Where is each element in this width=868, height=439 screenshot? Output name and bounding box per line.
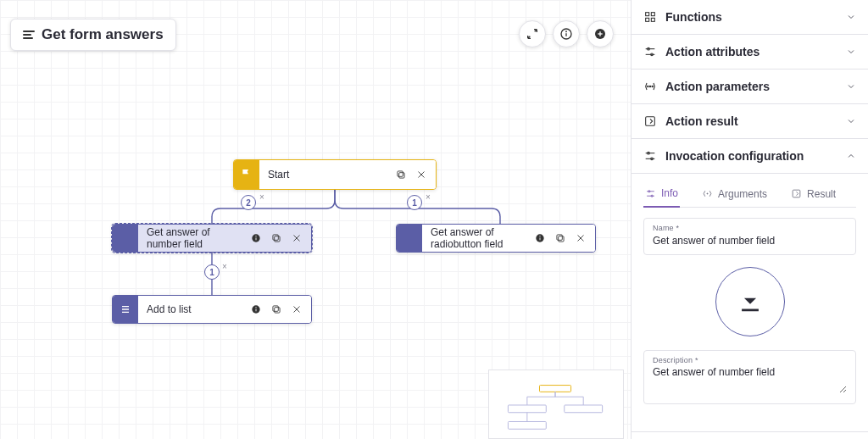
sliders-icon [643, 45, 657, 58]
info-icon[interactable] [250, 303, 262, 315]
section-functions[interactable]: Functions [632, 0, 868, 35]
add-button[interactable] [587, 20, 614, 47]
copy-icon[interactable] [395, 169, 407, 181]
edge-remove[interactable]: × [426, 192, 431, 202]
menu-icon [23, 31, 35, 39]
edge-order-badge: 1 [204, 264, 220, 280]
info-button[interactable] [553, 20, 580, 47]
grid-icon [643, 10, 657, 24]
node-label: Get answer of number field [147, 226, 243, 251]
tab-info[interactable]: Info [643, 181, 680, 208]
svg-rect-49 [646, 117, 655, 126]
svg-rect-13 [275, 236, 280, 242]
edge-remove[interactable]: × [222, 262, 227, 271]
node-add-to-list[interactable]: Add to list [112, 295, 312, 324]
svg-point-58 [707, 193, 708, 194]
tab-label: Arguments [718, 188, 767, 200]
edge-remove[interactable]: × [259, 192, 264, 202]
tab-arguments[interactable]: Arguments [700, 181, 769, 207]
svg-point-19 [539, 236, 540, 236]
section-label: Functions [665, 10, 722, 24]
copy-icon[interactable] [270, 232, 282, 244]
minimap[interactable] [488, 370, 624, 439]
download-icon [736, 287, 765, 316]
svg-point-47 [648, 86, 648, 86]
workflow-title-badge[interactable]: Get form answers [10, 19, 176, 51]
section-action-parameters[interactable]: Action parameters [632, 69, 868, 104]
section-label: Action result [665, 114, 738, 128]
svg-rect-35 [508, 405, 546, 413]
svg-rect-14 [273, 235, 278, 240]
tab-label: Result [807, 188, 836, 200]
description-input[interactable] [653, 364, 847, 393]
chevron-down-icon [846, 81, 856, 92]
edge-order-badge: 2 [241, 195, 256, 210]
chevron-down-icon [846, 12, 856, 22]
sliders-icon [645, 188, 656, 199]
invocation-tabs: Info Arguments Result [643, 181, 856, 208]
svg-point-29 [255, 307, 256, 308]
svg-point-48 [652, 86, 653, 86]
tab-label: Info [661, 187, 678, 199]
info-icon[interactable] [250, 232, 262, 244]
svg-rect-39 [651, 13, 654, 16]
plus-icon [593, 27, 607, 41]
copy-icon[interactable] [554, 232, 566, 244]
close-icon[interactable] [415, 169, 427, 181]
parameters-icon [643, 80, 657, 93]
svg-rect-40 [646, 18, 649, 21]
list-icon [113, 296, 138, 323]
invocation-config-body: Info Arguments Result Name * Description… [632, 174, 868, 432]
svg-point-2 [566, 31, 567, 32]
node-get-number[interactable]: Get answer of number field [112, 224, 312, 253]
flag-icon [234, 160, 259, 189]
result-icon [643, 114, 657, 128]
node-label: Get answer of radiobutton field [431, 226, 527, 251]
svg-rect-41 [651, 18, 654, 21]
section-label: Invocation configuration [665, 149, 804, 163]
invocation-icon-preview[interactable] [715, 267, 785, 336]
svg-rect-38 [646, 13, 649, 16]
node-get-radio[interactable]: Get answer of radiobutton field [396, 224, 596, 253]
section-invocation-config[interactable]: Invocation configuration [632, 139, 868, 174]
chevron-down-icon [846, 47, 856, 57]
svg-rect-7 [398, 171, 403, 176]
svg-rect-34 [539, 386, 570, 392]
arguments-icon [702, 188, 713, 199]
section-action-result[interactable]: Action result [632, 104, 868, 139]
svg-rect-21 [557, 235, 562, 240]
canvas-actions [519, 20, 614, 47]
section-next-invocations[interactable]: Next invocations [632, 432, 868, 439]
node-label: Add to list [147, 303, 243, 315]
chevron-up-icon [846, 151, 856, 161]
sliders-icon [643, 149, 657, 163]
result-icon [791, 188, 802, 199]
section-action-attributes[interactable]: Action attributes [632, 35, 868, 69]
svg-point-46 [649, 86, 650, 86]
svg-rect-6 [399, 173, 404, 178]
expand-icon [526, 27, 539, 41]
svg-rect-20 [559, 236, 564, 242]
close-icon[interactable] [291, 232, 303, 244]
tab-result[interactable]: Result [789, 181, 837, 207]
info-icon [559, 27, 573, 41]
close-icon[interactable] [291, 303, 303, 315]
name-input[interactable] [653, 233, 847, 247]
svg-rect-30 [275, 308, 280, 313]
expand-button[interactable] [519, 20, 546, 47]
svg-rect-59 [793, 190, 800, 197]
svg-rect-37 [508, 421, 546, 429]
download-icon [397, 225, 422, 252]
section-label: Action parameters [665, 80, 770, 93]
name-label: Name * [653, 224, 847, 232]
close-icon[interactable] [575, 232, 587, 244]
section-label: Action attributes [665, 45, 760, 58]
info-icon[interactable] [534, 232, 546, 244]
node-start[interactable]: Start [233, 159, 437, 190]
chevron-down-icon [846, 116, 856, 126]
copy-icon[interactable] [270, 303, 282, 315]
side-panel: Functions Action attributes Action param… [631, 0, 868, 439]
node-label: Start [268, 169, 388, 181]
edge-order-badge: 1 [407, 195, 422, 210]
svg-rect-36 [565, 405, 603, 413]
